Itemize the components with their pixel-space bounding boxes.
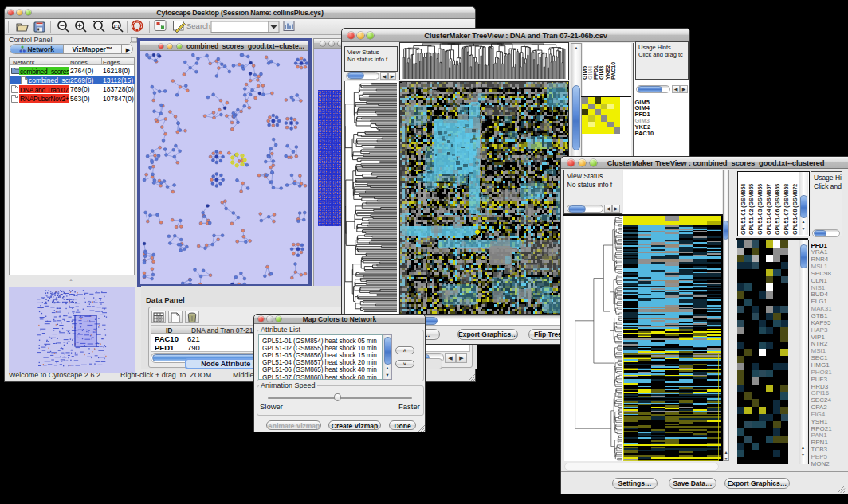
svg-text:GIM4: GIM4 — [587, 66, 593, 80]
svg-text:GPL51-03 (GSM856: GPL51-03 (GSM856 — [757, 184, 764, 235]
svg-text:GPL51-02 (GSM855: GPL51-02 (GSM855 — [748, 184, 755, 235]
svg-text:GPL51-06 (GSM865: GPL51-06 (GSM865 — [775, 184, 781, 235]
svg-text:YKE2: YKE2 — [605, 65, 610, 80]
svg-text:GPL51-07 (GSM868: GPL51-07 (GSM868 — [783, 184, 790, 235]
svg-text:GPL51-04 (GSM857: GPL51-04 (GSM857 — [766, 184, 772, 235]
svg-text:1:1: 1:1 — [113, 24, 120, 29]
svg-text:Search:: Search: — [186, 21, 213, 30]
svg-text:GIM3: GIM3 — [599, 66, 604, 80]
svg-text:GPL51-01 (GSM854: GPL51-01 (GSM854 — [740, 184, 746, 235]
svg-text:PFD1: PFD1 — [593, 65, 599, 80]
svg-text:GPL51-08 (GSM872: GPL51-08 (GSM872 — [791, 184, 798, 235]
svg-text:GIM5: GIM5 — [583, 66, 587, 80]
svg-text:PAC10: PAC10 — [610, 62, 616, 80]
